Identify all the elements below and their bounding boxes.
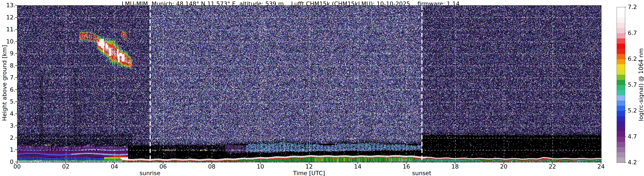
x-tick-label: 12: [306, 163, 313, 170]
y-tick-label: 10.: [0, 38, 16, 45]
colorbar-tick-label: 7.2: [628, 4, 637, 10]
x-tick-mark: [17, 162, 17, 164]
x-tick-mark: [309, 162, 309, 164]
y-tick-label: 0.: [0, 159, 16, 165]
x-tick-label: 20: [500, 163, 507, 170]
x-tick-mark: [260, 162, 260, 164]
colorbar-tick-mark: [625, 85, 626, 85]
x-tick-label: 18: [452, 163, 459, 170]
colorbar-tick-mark: [625, 136, 626, 137]
sunrise-label: sunrise: [140, 170, 160, 176]
plot-area: [17, 5, 602, 162]
colorbar-tick-label: 6.2: [628, 55, 637, 62]
x-tick-label: 14: [354, 163, 361, 170]
x-tick-mark: [601, 162, 601, 164]
y-tick-mark: [15, 114, 17, 114]
x-tick-label: 02: [62, 163, 69, 170]
colorbar-title: log(rc-signal) @ 1064 nm: [638, 46, 644, 123]
y-tick-label: 5.: [0, 98, 16, 105]
colorbar-tick-label: 6.7: [628, 30, 637, 36]
y-tick-mark: [15, 138, 17, 138]
ceilometer-quicklook-figure: LMU-MIM, Munich; 48.148° N 11.573° E, al…: [0, 0, 644, 176]
colorbar-tick-label: 5.2: [628, 107, 637, 114]
x-tick-mark: [114, 162, 114, 164]
y-tick-mark: [15, 41, 17, 42]
x-tick-mark: [212, 162, 212, 164]
colorbar-tick-mark: [625, 7, 626, 7]
y-tick-mark: [15, 5, 17, 5]
colorbar-tick-mark: [625, 33, 626, 33]
y-tick-mark: [15, 89, 17, 90]
x-tick-label: 10: [257, 163, 264, 170]
x-tick-label: 16: [403, 163, 410, 170]
x-tick-label: 08: [208, 163, 215, 170]
y-tick-label: 9.: [0, 50, 16, 57]
x-tick-label: 22: [549, 163, 556, 170]
colorbar-tick-mark: [625, 110, 626, 111]
colorbar-canvas: [617, 7, 625, 163]
y-tick-label: 6.: [0, 86, 16, 93]
y-tick-mark: [15, 101, 17, 102]
x-tick-label: 24: [598, 163, 605, 170]
y-tick-label: 8.: [0, 62, 16, 69]
y-tick-mark: [15, 77, 17, 78]
x-tick-mark: [406, 162, 406, 164]
y-tick-mark: [15, 17, 17, 18]
y-tick-label: 4.: [0, 110, 16, 117]
y-tick-mark: [15, 150, 17, 150]
colorbar-tick-label: 4.7: [628, 133, 637, 140]
x-tick-mark: [66, 162, 66, 164]
y-tick-label: 7.: [0, 74, 16, 81]
sunset-label: sunset: [412, 170, 431, 176]
heatmap-canvas: [17, 5, 601, 162]
colorbar: [617, 7, 625, 163]
x-tick-label: 04: [111, 163, 118, 170]
y-axis-title: Height above ground [km]: [1, 46, 8, 121]
x-tick-mark: [504, 162, 504, 164]
y-tick-mark: [15, 65, 17, 66]
x-tick-mark: [552, 162, 552, 164]
y-tick-label: 12.: [0, 14, 16, 21]
colorbar-tick-mark: [625, 59, 626, 59]
x-tick-mark: [358, 162, 358, 164]
y-tick-mark: [15, 53, 17, 54]
y-tick-mark: [15, 125, 17, 126]
x-tick-label: 06: [160, 163, 167, 170]
y-tick-mark: [15, 29, 17, 30]
y-tick-label: 1.: [0, 146, 16, 153]
y-tick-label: 3.: [0, 122, 16, 129]
x-tick-mark: [455, 162, 455, 164]
y-tick-label: 13.: [0, 2, 16, 8]
x-tick-mark: [163, 162, 163, 164]
colorbar-tick-label: 5.7: [628, 82, 637, 88]
y-tick-label: 2.: [0, 134, 16, 141]
x-axis-title: Time [UTC]: [293, 170, 325, 176]
x-tick-label: 00: [14, 163, 21, 170]
colorbar-tick-mark: [625, 162, 626, 163]
colorbar-tick-label: 4.2: [628, 159, 637, 166]
y-tick-label: 11.: [0, 26, 16, 33]
